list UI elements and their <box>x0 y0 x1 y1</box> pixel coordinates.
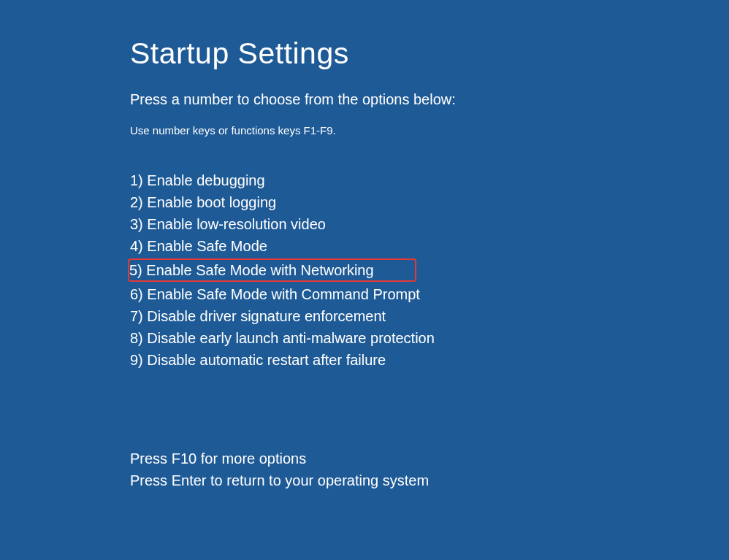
boot-option-3[interactable]: 3) Enable low-resolution video <box>130 213 729 235</box>
hint-text: Use number keys or functions keys F1-F9. <box>130 124 729 137</box>
boot-option-2[interactable]: 2) Enable boot logging <box>130 191 729 213</box>
boot-option-4[interactable]: 4) Enable Safe Mode <box>130 235 729 257</box>
footer-more-options: Press F10 for more options <box>130 448 729 469</box>
boot-option-8[interactable]: 8) Disable early launch anti-malware pro… <box>130 327 729 349</box>
boot-option-1[interactable]: 1) Enable debugging <box>130 169 729 191</box>
boot-option-7[interactable]: 7) Disable driver signature enforcement <box>130 305 729 327</box>
page-title: Startup Settings <box>130 37 729 71</box>
startup-settings-screen: Startup Settings Press a number to choos… <box>0 0 729 491</box>
instruction-text: Press a number to choose from the option… <box>130 91 729 108</box>
boot-option-5[interactable]: 5) Enable Safe Mode with Networking <box>128 258 416 282</box>
boot-options-list: 1) Enable debugging2) Enable boot loggin… <box>130 169 729 371</box>
footer-return: Press Enter to return to your operating … <box>130 469 729 491</box>
boot-option-9[interactable]: 9) Disable automatic restart after failu… <box>130 349 729 371</box>
boot-option-6[interactable]: 6) Enable Safe Mode with Command Prompt <box>130 283 729 305</box>
